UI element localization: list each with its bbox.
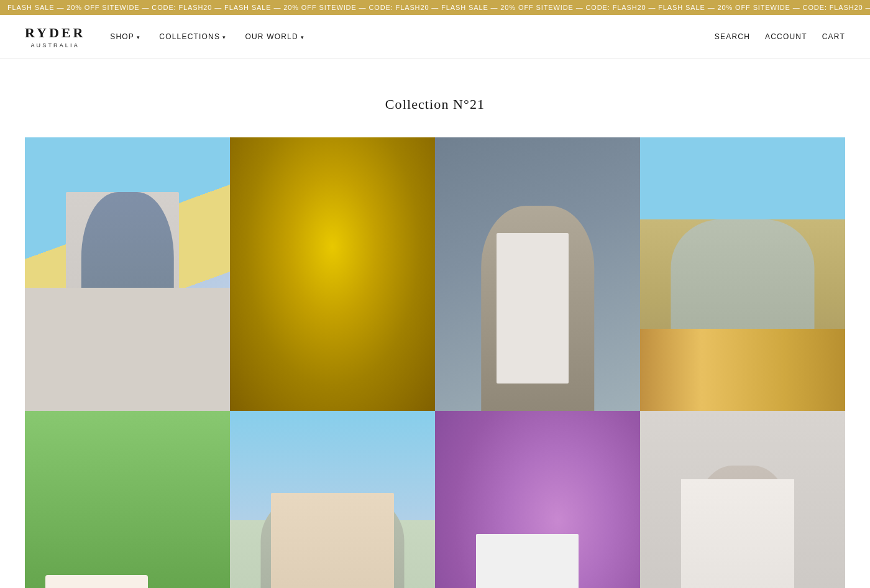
photo-6 bbox=[230, 411, 435, 588]
person-silhouette bbox=[671, 219, 815, 411]
photo-3 bbox=[435, 137, 640, 411]
nav-shop[interactable]: SHOP ▾ bbox=[110, 32, 140, 41]
nav-our-world-label: OUR WORLD bbox=[245, 32, 298, 41]
photo-1 bbox=[25, 137, 230, 411]
photo-5 bbox=[25, 411, 230, 588]
promo-banner: FLASH SALE — 20% OFF SITEWIDE — CODE: FL… bbox=[0, 0, 870, 15]
grid-item-8[interactable] bbox=[640, 411, 845, 588]
person-silhouette bbox=[261, 493, 405, 588]
nav-left: SHOP ▾ COLLECTIONS ▾ OUR WORLD ▾ bbox=[110, 32, 715, 41]
banner-text: FLASH SALE — 20% OFF SITEWIDE — CODE: FL… bbox=[0, 4, 870, 11]
nav-right: SEARCH ACCOUNT CART bbox=[715, 32, 845, 41]
nav-shop-label: SHOP bbox=[110, 32, 134, 41]
nav-collections[interactable]: COLLECTIONS ▾ bbox=[159, 32, 226, 41]
photo-2 bbox=[230, 137, 435, 411]
grid-item-1[interactable] bbox=[25, 137, 230, 411]
grid-item-7[interactable] bbox=[435, 411, 640, 588]
nav-search[interactable]: SEARCH bbox=[715, 32, 750, 41]
photo-8 bbox=[640, 411, 845, 588]
chevron-down-icon: ▾ bbox=[222, 34, 226, 40]
nav-account[interactable]: ACCOUNT bbox=[765, 32, 807, 41]
photo-7 bbox=[435, 411, 640, 588]
person-silhouette bbox=[481, 206, 594, 411]
nav-collections-label: COLLECTIONS bbox=[159, 32, 220, 41]
logo-brand: RYDER bbox=[25, 25, 85, 41]
image-grid bbox=[0, 137, 870, 588]
photo-4 bbox=[640, 137, 845, 411]
main-nav: RYDER AUSTRALIA SHOP ▾ COLLECTIONS ▾ OUR… bbox=[0, 15, 870, 59]
grid-item-5[interactable] bbox=[25, 411, 230, 588]
nav-our-world[interactable]: OUR WORLD ▾ bbox=[245, 32, 304, 41]
grid-item-6[interactable] bbox=[230, 411, 435, 588]
nav-cart[interactable]: CART bbox=[822, 32, 845, 41]
chevron-down-icon: ▾ bbox=[301, 34, 304, 40]
person-silhouette bbox=[692, 466, 794, 588]
logo[interactable]: RYDER AUSTRALIA bbox=[25, 25, 85, 48]
page-title: Collection N°21 bbox=[25, 96, 845, 113]
person-silhouette bbox=[81, 192, 174, 411]
chevron-down-icon: ▾ bbox=[137, 34, 140, 40]
logo-sub: AUSTRALIA bbox=[30, 42, 79, 48]
grid-item-4[interactable] bbox=[640, 137, 845, 411]
page-title-section: Collection N°21 bbox=[0, 59, 870, 137]
grid-item-2[interactable] bbox=[230, 137, 435, 411]
grid-item-3[interactable] bbox=[435, 137, 640, 411]
